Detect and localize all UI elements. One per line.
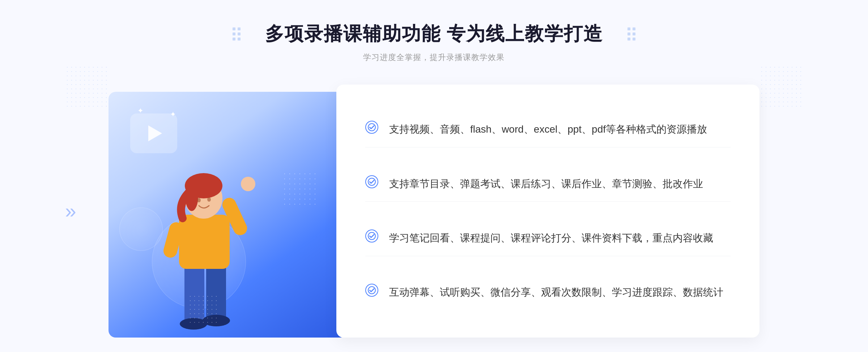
check-icon-3 (365, 229, 378, 242)
title-deco-dot (238, 33, 241, 35)
illustration-dots-grid (282, 171, 318, 207)
feature-item-4: 互动弹幕、试听购买、微信分享、观看次数限制、学习进度跟踪、数据统计 (365, 275, 731, 310)
sparkle-icon-1: ✦ (137, 106, 144, 115)
content-area: » ✦ ✦ (109, 85, 760, 338)
title-deco-dot (627, 33, 630, 35)
header-section: 多项录播课辅助功能 专为线上教学打造 学习进度全掌握，提升录播课教学效果 (265, 22, 603, 63)
svg-rect-4 (179, 215, 230, 269)
feature-text-3: 学习笔记回看、课程提问、课程评论打分、课件资料下载，重点内容收藏 (389, 229, 713, 247)
check-icon-2 (365, 175, 378, 188)
title-deco-dot (233, 33, 235, 35)
title-deco-dot (233, 38, 235, 40)
title-deco-dot (633, 38, 635, 40)
title-deco-dot (633, 27, 635, 30)
check-icon-4 (365, 284, 378, 297)
title-deco-dot (627, 38, 630, 40)
page-container: 多项录播课辅助功能 专为线上教学打造 学习进度全掌握，提升录播课教学效果 (0, 0, 868, 352)
left-chevron-icon: » (65, 199, 76, 223)
title-deco-dot (633, 33, 635, 35)
svg-point-7 (241, 177, 255, 191)
feature-item-2: 支持章节目录、弹题考试、课后练习、课后作业、章节测验、批改作业 (365, 166, 731, 202)
check-icon-1 (365, 121, 378, 134)
features-panel: 支持视频、音频、flash、word、excel、ppt、pdf等各种格式的资源… (336, 85, 760, 338)
title-deco-dot (233, 27, 235, 30)
feature-item-1: 支持视频、音频、flash、word、excel、ppt、pdf等各种格式的资源… (365, 112, 731, 147)
title-deco-dot (238, 38, 241, 40)
title-deco-dot (627, 27, 630, 30)
illustration-bottom-dots (188, 294, 217, 323)
feature-text-2: 支持章节目录、弹题考试、课后练习、课后作业、章节测验、批改作业 (389, 175, 703, 193)
illustration-card: ✦ ✦ (109, 92, 347, 338)
page-title: 多项录播课辅助功能 专为线上教学打造 (265, 22, 603, 46)
page-subtitle: 学习进度全掌握，提升录播课教学效果 (265, 52, 603, 63)
feature-item-3: 学习笔记回看、课程提问、课程评论打分、课件资料下载，重点内容收藏 (365, 220, 731, 256)
feature-text-4: 互动弹幕、试听购买、微信分享、观看次数限制、学习进度跟踪、数据统计 (389, 284, 723, 301)
dots-decoration-right (760, 65, 803, 108)
title-deco-dot (238, 27, 241, 30)
feature-text-1: 支持视频、音频、flash、word、excel、ppt、pdf等各种格式的资源… (389, 121, 707, 138)
sparkle-icon-2: ✦ (170, 110, 176, 119)
dots-decoration-left (65, 65, 109, 108)
svg-point-13 (207, 197, 211, 202)
svg-point-12 (197, 198, 201, 202)
